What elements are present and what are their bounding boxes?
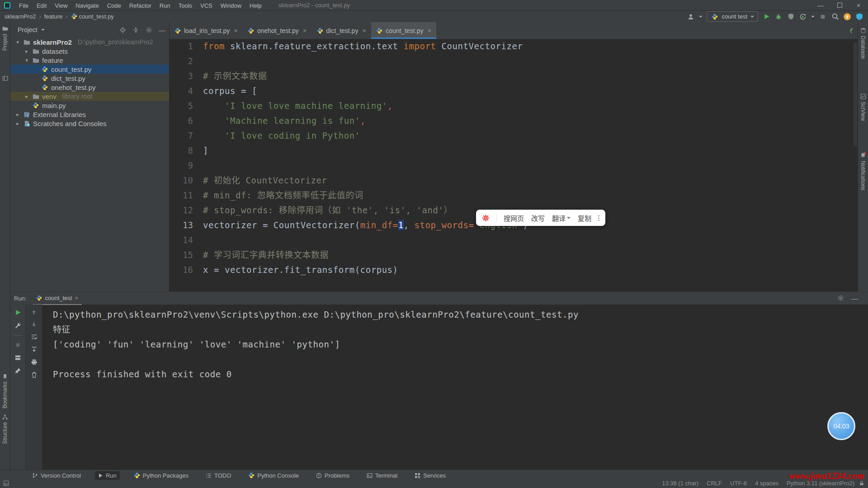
code-editor[interactable]: 1from sklearn.feature_extraction.text im…: [170, 39, 858, 291]
breadcrumb-item-count_test-py[interactable]: count_test.py: [71, 13, 114, 20]
editor-tab-dict_test-py[interactable]: dict_test.py×: [312, 22, 372, 39]
project-panel-title[interactable]: Project: [18, 26, 38, 33]
run-settings-gear-icon[interactable]: [837, 295, 844, 301]
profiler-button[interactable]: [799, 13, 807, 21]
clear-all-icon[interactable]: [31, 371, 38, 378]
menu-item-tools[interactable]: Tools: [175, 2, 196, 9]
collapse-all-icon[interactable]: [132, 27, 139, 33]
menu-item-refactor[interactable]: Refactor: [125, 2, 156, 9]
search-everywhere-icon[interactable]: [831, 13, 839, 21]
popup-more-icon[interactable]: [598, 215, 599, 221]
project-view-dropdown-icon[interactable]: [41, 29, 45, 31]
menu-item-run[interactable]: Run: [156, 2, 175, 9]
menu-item-file[interactable]: File: [15, 2, 33, 9]
breadcrumb-item-feature[interactable]: feature: [44, 13, 62, 20]
status-cursor-position[interactable]: 13:38 (1 char): [662, 480, 698, 487]
tree-item-feature[interactable]: ▾feature: [10, 56, 169, 65]
profiler-dropdown-icon[interactable]: [811, 16, 815, 18]
commit-tool-icon-slot[interactable]: [0, 75, 10, 81]
down-stack-trace-icon[interactable]: [31, 321, 37, 328]
toolwindow-button-python-packages[interactable]: Python Packages: [131, 471, 192, 480]
tool-window-bookmarks[interactable]: Bookmarks: [0, 374, 10, 408]
tree-expand-icon[interactable]: ▸: [23, 94, 30, 99]
inspection-ok-icon[interactable]: ✓: [849, 26, 854, 34]
popup-item-改写[interactable]: 改写: [531, 213, 545, 223]
editor-scrollbar[interactable]: [854, 42, 857, 146]
tool-window-database[interactable]: Database: [858, 28, 868, 59]
toolwindow-button-todo[interactable]: TODO: [203, 471, 234, 480]
tree-item-sklearnpro2[interactable]: ▾sklearnPro2D:\python_pro\sklearnPro2: [10, 38, 169, 47]
toolwindow-button-version-control[interactable]: Version Control: [29, 471, 84, 480]
stop-process-icon[interactable]: [15, 342, 21, 348]
rerun-icon[interactable]: [14, 309, 21, 316]
run-console-output[interactable]: D:\python_pro\sklearnPro2\venv\Scripts\p…: [43, 305, 868, 470]
toolwindow-button-terminal[interactable]: Terminal: [363, 471, 401, 480]
tree-item-venv[interactable]: ▸venvlibrary root: [10, 92, 169, 101]
toolwindow-button-problems[interactable]: Problems: [313, 471, 353, 480]
tree-expand-icon[interactable]: ▸: [14, 112, 21, 117]
tree-expand-icon[interactable]: ▸: [23, 48, 30, 54]
run-tab-close-icon[interactable]: ×: [75, 295, 78, 301]
print-icon[interactable]: [31, 359, 38, 366]
menu-item-edit[interactable]: Edit: [33, 2, 51, 9]
tab-close-icon[interactable]: ×: [234, 27, 238, 34]
tree-item-main-py[interactable]: main.py: [10, 101, 169, 110]
soft-wrap-icon[interactable]: [31, 333, 38, 340]
tree-expand-icon[interactable]: ▸: [14, 121, 21, 127]
locate-file-icon[interactable]: [119, 27, 126, 33]
popup-item-翻译[interactable]: 翻译: [552, 213, 571, 223]
close-icon[interactable]: ×: [849, 0, 868, 10]
modify-run-config-wrench-icon[interactable]: [14, 322, 21, 329]
tree-item-count_test-py[interactable]: count_test.py: [10, 65, 169, 74]
editor-tab-load_iris_test-py[interactable]: load_iris_test.py×: [170, 22, 243, 39]
popup-item-搜网页[interactable]: 搜网页: [504, 213, 524, 223]
tree-expand-icon[interactable]: ▾: [14, 39, 21, 45]
menu-item-help[interactable]: Help: [245, 2, 266, 9]
tree-item-onehot_test-py[interactable]: onehot_test.py: [10, 83, 169, 92]
run-with-coverage-button[interactable]: [787, 13, 795, 21]
editor-tab-count_test-py[interactable]: count_test.py×: [371, 22, 436, 39]
tree-expand-icon[interactable]: ▾: [23, 57, 30, 63]
updates-plugin-icon[interactable]: [843, 13, 851, 21]
menu-item-navigate[interactable]: Navigate: [71, 2, 103, 9]
tab-close-icon[interactable]: ×: [303, 27, 307, 34]
status-line-ending[interactable]: CRLF: [707, 480, 722, 487]
up-stack-trace-icon[interactable]: [31, 309, 37, 315]
menu-item-code[interactable]: Code: [103, 2, 125, 9]
tool-window-sciview[interactable]: SciView: [858, 94, 868, 121]
toolwindow-button-services[interactable]: Services: [411, 471, 449, 480]
status-indent-setting[interactable]: 4 spaces: [755, 480, 778, 487]
tree-item-scratches-and-consoles[interactable]: ▸Scratches and Consoles: [10, 119, 169, 128]
toolwindow-button-python-console[interactable]: Python Console: [245, 471, 302, 480]
toolwindow-button-run[interactable]: Run: [95, 471, 120, 480]
pin-tab-icon[interactable]: [14, 367, 21, 374]
tool-window-structure[interactable]: Structure: [0, 414, 10, 444]
breadcrumb-item-sklearnpro2[interactable]: sklearnPro2: [5, 13, 36, 20]
scroll-to-end-icon[interactable]: [31, 346, 38, 353]
menu-item-view[interactable]: View: [51, 2, 71, 9]
tab-close-icon[interactable]: ×: [362, 27, 366, 34]
learn-plugin-icon[interactable]: [855, 13, 863, 21]
tree-item-datasets[interactable]: ▸datasets: [10, 47, 169, 56]
tab-close-icon[interactable]: ×: [427, 27, 431, 34]
tree-item-dict_test-py[interactable]: dict_test.py: [10, 74, 169, 83]
run-button[interactable]: [762, 13, 770, 21]
status-encoding[interactable]: UTF-8: [730, 480, 747, 487]
hide-run-panel-icon[interactable]: —: [851, 295, 858, 302]
debug-button[interactable]: [774, 13, 783, 21]
restore-icon[interactable]: [830, 0, 849, 10]
gear-icon[interactable]: [146, 27, 152, 33]
tool-window-project[interactable]: Project: [0, 26, 10, 51]
hide-panel-icon[interactable]: —: [159, 26, 165, 34]
tool-window-notifications[interactable]: Notifications: [858, 152, 868, 190]
menu-item-window[interactable]: Window: [217, 2, 245, 9]
run-tab[interactable]: count_test ×: [33, 291, 82, 305]
stop-button[interactable]: [819, 13, 827, 21]
tool-window-switcher-icon[interactable]: [3, 480, 9, 486]
run-config-selector[interactable]: count test: [707, 11, 758, 22]
popup-item-复制[interactable]: 复制: [578, 213, 591, 223]
restore-layout-icon[interactable]: [14, 354, 21, 361]
menu-item-vcs[interactable]: VCS: [196, 2, 217, 9]
editor-tab-onehot_test-py[interactable]: onehot_test.py×: [243, 22, 312, 39]
avatar-icon[interactable]: [687, 13, 695, 21]
